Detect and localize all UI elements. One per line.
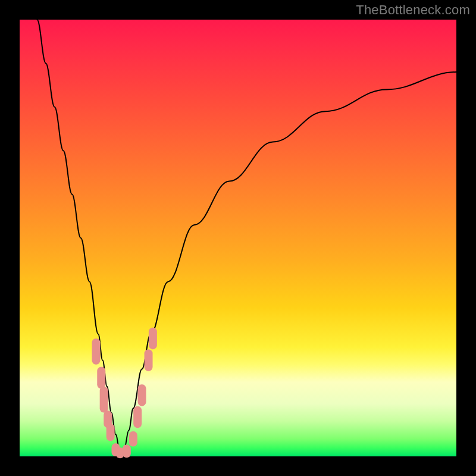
plot-area — [20, 20, 456, 456]
curve-marker — [129, 431, 137, 447]
chart-svg — [20, 20, 456, 456]
curve-marker — [138, 384, 146, 406]
curve-marker — [145, 349, 153, 371]
curve-marker — [100, 387, 108, 413]
curve-marker — [123, 444, 131, 458]
curve-marker — [92, 339, 100, 365]
watermark-text: TheBottleneck.com — [356, 2, 470, 18]
chart-frame: TheBottleneck.com — [0, 0, 476, 476]
curve-marker — [149, 327, 157, 349]
curve-marker — [97, 367, 105, 389]
curve-marker — [107, 424, 115, 441]
curve-marker — [133, 406, 142, 428]
